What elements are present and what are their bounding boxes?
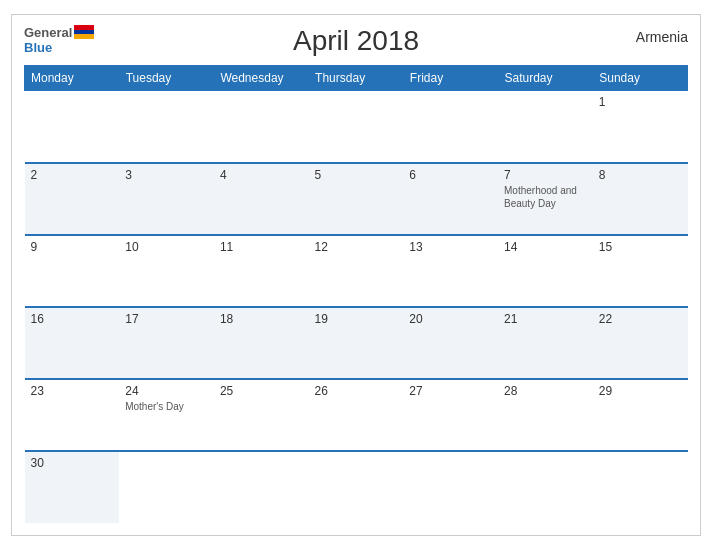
weekday-header: Friday bbox=[403, 66, 498, 91]
calendar-cell bbox=[214, 451, 309, 523]
day-number: 6 bbox=[409, 168, 492, 182]
weekday-header: Wednesday bbox=[214, 66, 309, 91]
calendar-cell: 7Motherhood and Beauty Day bbox=[498, 163, 593, 235]
calendar-cell: 17 bbox=[119, 307, 214, 379]
calendar-cell bbox=[593, 451, 688, 523]
calendar-cell: 14 bbox=[498, 235, 593, 307]
calendar-cell bbox=[119, 91, 214, 163]
calendar-cell: 10 bbox=[119, 235, 214, 307]
day-number: 8 bbox=[599, 168, 682, 182]
calendar-cell: 16 bbox=[25, 307, 120, 379]
day-number: 14 bbox=[504, 240, 587, 254]
calendar-cell: 18 bbox=[214, 307, 309, 379]
calendar-cell: 3 bbox=[119, 163, 214, 235]
day-number: 19 bbox=[315, 312, 398, 326]
day-number: 29 bbox=[599, 384, 682, 398]
logo-blue-text: Blue bbox=[24, 40, 52, 55]
calendar-cell: 27 bbox=[403, 379, 498, 451]
day-number: 23 bbox=[31, 384, 114, 398]
calendar-cell: 8 bbox=[593, 163, 688, 235]
calendar-cell bbox=[309, 451, 404, 523]
calendar-cell bbox=[498, 451, 593, 523]
day-number: 1 bbox=[599, 95, 682, 109]
day-number: 7 bbox=[504, 168, 587, 182]
day-number: 26 bbox=[315, 384, 398, 398]
logo-flag-icon bbox=[74, 25, 94, 39]
logo-general-text: General bbox=[24, 26, 72, 39]
calendar-week-row: 234567Motherhood and Beauty Day8 bbox=[25, 163, 688, 235]
country-label: Armenia bbox=[636, 29, 688, 45]
calendar: General Blue April 2018 Armenia MondayTu… bbox=[11, 14, 701, 536]
day-number: 5 bbox=[315, 168, 398, 182]
calendar-cell: 4 bbox=[214, 163, 309, 235]
calendar-cell: 11 bbox=[214, 235, 309, 307]
weekday-header: Thursday bbox=[309, 66, 404, 91]
calendar-cell: 30 bbox=[25, 451, 120, 523]
weekday-header: Monday bbox=[25, 66, 120, 91]
calendar-week-row: 1 bbox=[25, 91, 688, 163]
calendar-cell bbox=[498, 91, 593, 163]
calendar-header: General Blue April 2018 Armenia bbox=[24, 25, 688, 57]
day-number: 13 bbox=[409, 240, 492, 254]
calendar-cell bbox=[25, 91, 120, 163]
day-number: 9 bbox=[31, 240, 114, 254]
day-number: 2 bbox=[31, 168, 114, 182]
calendar-cell: 19 bbox=[309, 307, 404, 379]
day-number: 3 bbox=[125, 168, 208, 182]
calendar-cell: 20 bbox=[403, 307, 498, 379]
holiday-label: Motherhood and Beauty Day bbox=[504, 184, 587, 210]
calendar-cell: 12 bbox=[309, 235, 404, 307]
day-number: 10 bbox=[125, 240, 208, 254]
calendar-cell: 6 bbox=[403, 163, 498, 235]
svg-rect-1 bbox=[74, 30, 94, 34]
svg-rect-0 bbox=[74, 25, 94, 30]
day-number: 28 bbox=[504, 384, 587, 398]
calendar-cell: 2 bbox=[25, 163, 120, 235]
calendar-cell bbox=[309, 91, 404, 163]
weekday-header: Sunday bbox=[593, 66, 688, 91]
logo: General Blue bbox=[24, 25, 94, 55]
calendar-week-row: 30 bbox=[25, 451, 688, 523]
calendar-cell: 29 bbox=[593, 379, 688, 451]
calendar-cell: 5 bbox=[309, 163, 404, 235]
day-number: 27 bbox=[409, 384, 492, 398]
day-number: 11 bbox=[220, 240, 303, 254]
calendar-cell: 13 bbox=[403, 235, 498, 307]
calendar-cell: 28 bbox=[498, 379, 593, 451]
weekday-header: Tuesday bbox=[119, 66, 214, 91]
calendar-week-row: 9101112131415 bbox=[25, 235, 688, 307]
day-number: 20 bbox=[409, 312, 492, 326]
day-number: 30 bbox=[31, 456, 114, 470]
day-number: 21 bbox=[504, 312, 587, 326]
day-number: 24 bbox=[125, 384, 208, 398]
calendar-cell: 9 bbox=[25, 235, 120, 307]
calendar-cell bbox=[403, 91, 498, 163]
calendar-cell: 22 bbox=[593, 307, 688, 379]
day-number: 22 bbox=[599, 312, 682, 326]
calendar-cell: 25 bbox=[214, 379, 309, 451]
weekday-header: Saturday bbox=[498, 66, 593, 91]
calendar-cell: 26 bbox=[309, 379, 404, 451]
day-number: 25 bbox=[220, 384, 303, 398]
calendar-cell: 23 bbox=[25, 379, 120, 451]
calendar-cell: 24Mother's Day bbox=[119, 379, 214, 451]
calendar-title: April 2018 bbox=[293, 25, 419, 57]
day-number: 16 bbox=[31, 312, 114, 326]
day-number: 17 bbox=[125, 312, 208, 326]
calendar-cell: 15 bbox=[593, 235, 688, 307]
calendar-cell bbox=[214, 91, 309, 163]
day-number: 15 bbox=[599, 240, 682, 254]
calendar-cell: 1 bbox=[593, 91, 688, 163]
weekday-header-row: MondayTuesdayWednesdayThursdayFridaySatu… bbox=[25, 66, 688, 91]
calendar-grid: MondayTuesdayWednesdayThursdayFridaySatu… bbox=[24, 65, 688, 523]
holiday-label: Mother's Day bbox=[125, 400, 208, 413]
calendar-cell bbox=[119, 451, 214, 523]
calendar-week-row: 2324Mother's Day2526272829 bbox=[25, 379, 688, 451]
day-number: 12 bbox=[315, 240, 398, 254]
calendar-week-row: 16171819202122 bbox=[25, 307, 688, 379]
calendar-cell: 21 bbox=[498, 307, 593, 379]
day-number: 18 bbox=[220, 312, 303, 326]
day-number: 4 bbox=[220, 168, 303, 182]
calendar-cell bbox=[403, 451, 498, 523]
